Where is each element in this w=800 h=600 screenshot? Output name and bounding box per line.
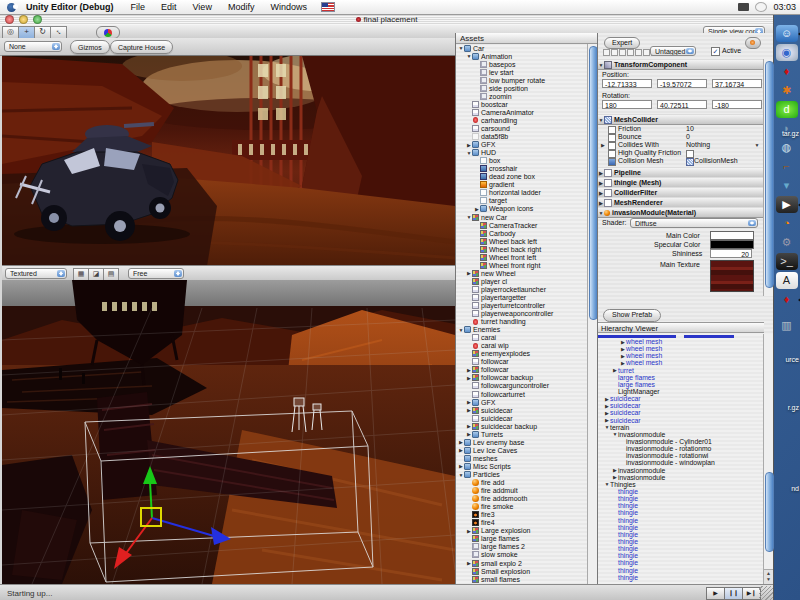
hierarchy-row[interactable]: ▶invasionmodule [598, 474, 764, 481]
collision-mesh-value[interactable]: CollisionMesh [694, 157, 738, 164]
hierarchy-row[interactable]: ▶turret [598, 367, 764, 374]
hqf-value-checkbox[interactable] [686, 150, 694, 158]
font-tool-icon[interactable]: A [776, 272, 798, 289]
asset-row[interactable]: ▶Lev enemy base [456, 438, 587, 446]
camera-mode-popup[interactable]: Free [128, 268, 184, 279]
asset-row[interactable]: playertargetter [456, 293, 587, 301]
red-drop-icon[interactable]: ♦ [776, 63, 798, 80]
menu-view[interactable]: View [185, 2, 220, 12]
anchor-popup[interactable]: None [4, 41, 62, 52]
disclosure-closed-icon[interactable]: ▶ [600, 142, 606, 148]
asset-row[interactable]: player cl [456, 277, 587, 285]
main-color-swatch[interactable] [710, 231, 754, 240]
hierarchy-row[interactable]: ▶wheel mesh [598, 345, 764, 352]
show-prefab-button[interactable]: Show Prefab [603, 309, 661, 322]
asset-row[interactable]: ▼HUD [456, 149, 587, 157]
asset-row[interactable]: gradient [456, 181, 587, 189]
input-language-flag-icon[interactable] [321, 2, 335, 12]
hierarchy-row[interactable]: thingie [598, 502, 764, 509]
specular-color-swatch[interactable] [710, 240, 754, 249]
asset-row[interactable]: followcarguncontroller [456, 382, 587, 390]
hierarchy-row[interactable]: thingie [598, 495, 764, 502]
blender-icon[interactable]: ◔ [776, 215, 798, 232]
asset-row[interactable]: ▶followcar backup [456, 374, 587, 382]
terminal-icon[interactable]: >_ [776, 253, 798, 270]
asset-row[interactable]: side position [456, 84, 587, 92]
collision-mesh-checkbox[interactable] [608, 158, 616, 166]
position-x-field[interactable]: -12.71333 [602, 79, 652, 88]
hierarchy-row[interactable]: ▶suicidecar [598, 409, 764, 416]
hierarchy-scrollbar[interactable]: ▲▼ [763, 334, 773, 584]
trash-icon[interactable]: ▥ [776, 317, 798, 334]
asset-row[interactable]: ▼new Car [456, 213, 587, 221]
dropdown-arrow-icon[interactable]: ▼ [754, 142, 760, 148]
playback-controls[interactable]: ▶ ❙❙ ▶❙ [707, 587, 761, 600]
play-button[interactable]: ▶ [706, 587, 725, 600]
menu-modify[interactable]: Modify [220, 2, 263, 12]
hierarchy-row[interactable]: ▶wheel mesh [598, 359, 764, 366]
bounce-value[interactable]: 0 [686, 133, 690, 140]
asset-row[interactable]: carai [456, 334, 587, 342]
asset-row[interactable]: fire addmult [456, 487, 587, 495]
displays-menu-icon[interactable] [738, 3, 749, 11]
scrollbar-arrows[interactable]: ▲▼ [764, 569, 773, 584]
asset-row[interactable]: ▼Enemies [456, 326, 587, 334]
asset-row[interactable]: carai wip [456, 342, 587, 350]
safari-icon[interactable]: ◉ [776, 44, 798, 61]
asset-row[interactable]: followcar [456, 358, 587, 366]
hqf-checkbox[interactable] [608, 150, 616, 158]
hierarchy-row[interactable]: LightManager [598, 388, 764, 395]
hierarchy-row[interactable]: invasionmodule - windowplan [598, 459, 764, 466]
asset-row[interactable]: CameraTracker [456, 221, 587, 229]
meshcollider-header[interactable]: ▼MeshCollider [598, 114, 764, 125]
friction-checkbox[interactable] [608, 126, 616, 134]
asset-row[interactable]: zoomin [456, 92, 587, 100]
green-d-icon[interactable]: d [776, 101, 798, 118]
desktop-file-label[interactable]: urce [785, 356, 799, 363]
hierarchy-row[interactable]: ▶suicidecar [598, 417, 764, 424]
hierarchy-row[interactable]: thingie [598, 567, 764, 574]
asset-row[interactable]: followcarturret [456, 390, 587, 398]
asset-row[interactable]: ▶Lev Ice Caves [456, 446, 587, 454]
asset-row[interactable]: fire addsmooth [456, 495, 587, 503]
asset-row[interactable]: ▼Particles [456, 470, 587, 478]
inspector-scrollbar[interactable] [763, 59, 773, 296]
expert-button[interactable]: Expert [604, 37, 640, 49]
hierarchy-row[interactable]: invasionmodule - Cylinder01 [598, 438, 764, 445]
red-drop-2-icon[interactable]: ♦ [776, 291, 798, 308]
hierarchy-row[interactable]: ▶wheel mesh [598, 338, 764, 345]
asset-row[interactable]: ▼Car [456, 44, 587, 52]
resize-grip-icon[interactable] [759, 586, 773, 600]
asset-row[interactable]: crosshair [456, 165, 587, 173]
asset-row[interactable]: Wheel front right [456, 261, 587, 269]
collides-with-checkbox[interactable] [608, 142, 616, 150]
asset-row[interactable]: Wheel front left [456, 253, 587, 261]
hierarchy-row[interactable]: thingie [598, 538, 764, 545]
asset-row[interactable]: fire add [456, 479, 587, 487]
hierarchy-row[interactable]: ▼Thingies [598, 481, 764, 488]
asset-row[interactable]: meshes [456, 454, 587, 462]
asset-row[interactable]: large flames 2 [456, 543, 587, 551]
status-menu-icon[interactable] [755, 2, 767, 12]
desktop-file-label[interactable]: r.gz [788, 404, 799, 411]
asset-row[interactable]: ▶suicidecar backup [456, 422, 587, 430]
shading-mode-popup[interactable]: Textured [5, 268, 67, 279]
hierarchy-row[interactable]: thingie [598, 488, 764, 495]
asset-row[interactable]: suicidecar [456, 414, 587, 422]
asset-row[interactable]: ▶small explo 2 [456, 559, 587, 567]
asset-row[interactable]: ▶GFX [456, 141, 587, 149]
asset-row[interactable]: playerturretcontroller [456, 302, 587, 310]
rotation-x-field[interactable]: 180 [602, 100, 652, 109]
asset-row[interactable]: turret handling [456, 318, 587, 326]
friction-value[interactable]: 10 [686, 125, 694, 132]
asset-row[interactable]: ▶Misc Scripts [456, 462, 587, 470]
menu-clock[interactable]: 03:03 [773, 2, 796, 12]
lock-button[interactable] [745, 37, 761, 49]
dock[interactable]: ☺◉♦✱d◗◍⌐▾▶◔⚙>_A♦▥ [773, 24, 800, 335]
hierarchy-row[interactable]: thingie [598, 517, 764, 524]
rotation-z-field[interactable]: -180 [712, 100, 762, 109]
menu-windows[interactable]: Windows [262, 2, 315, 12]
menu-edit[interactable]: Edit [153, 2, 185, 12]
pause-button[interactable]: ❙❙ [724, 587, 743, 600]
hierarchy-row[interactable]: ▶suicidecar [598, 395, 764, 402]
